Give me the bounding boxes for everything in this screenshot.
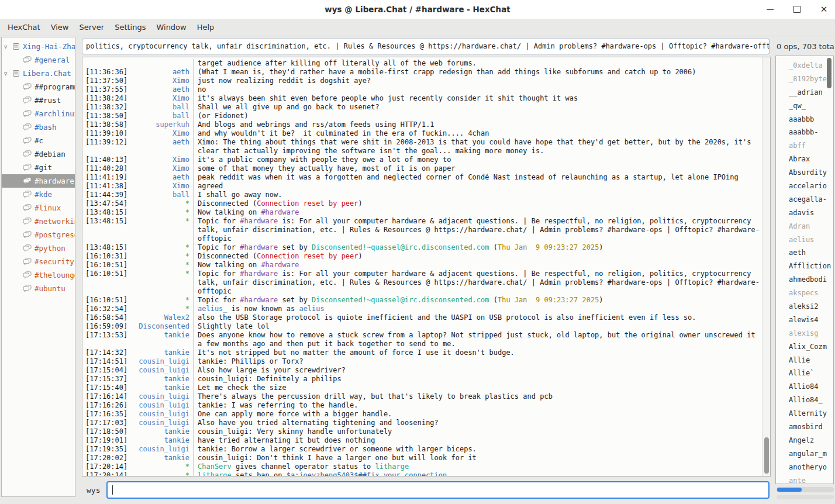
user-list-item[interactable]: abff	[776, 139, 833, 153]
tree-server-xing-hai-zhan[interactable]: ▽Xing-Hai-Zhan	[2, 40, 75, 53]
chat-message-segment: gives channel operator status to	[232, 462, 375, 471]
tree-channel--networking[interactable]: #networking	[2, 215, 75, 228]
user-list-item[interactable]: alewis4	[776, 313, 833, 327]
tree-item-label: #debian	[34, 150, 65, 158]
chat-row: [17:16:14]cousin_luigiThere's always the…	[82, 392, 770, 401]
chat-timestamp: [11:38:58]	[82, 120, 131, 129]
tree-channel--hardware[interactable]: #hardware	[2, 174, 75, 188]
tree-channel--rust[interactable]: ##rust	[2, 94, 75, 107]
chat-message-segment: set by	[278, 296, 312, 304]
user-list-item[interactable]: aaabbb-	[776, 126, 833, 139]
user-list-item[interactable]: Adran	[776, 220, 833, 233]
user-list-item[interactable]: aeth	[776, 246, 833, 260]
user-list-item[interactable]: ante	[776, 474, 833, 484]
menu-item-settings[interactable]: Settings	[109, 19, 151, 36]
user-list-item[interactable]: __adrian	[776, 86, 833, 99]
user-list-item[interactable]: accelario	[776, 179, 833, 193]
chat-message-text: Topic for #hardware set by Disconsented!…	[194, 296, 770, 305]
user-list-item[interactable]: Absurdity	[776, 166, 833, 179]
menu-item-server[interactable]: Server	[74, 19, 109, 36]
menu-item-help[interactable]: Help	[192, 19, 220, 36]
chat-message-text: aelius_ is now known as aelius	[194, 305, 770, 313]
chat-nick: ball	[131, 103, 194, 112]
chat-scrollbar[interactable]	[762, 57, 770, 476]
user-list-item[interactable]: akspecs	[776, 286, 833, 300]
user-list-item[interactable]: _qw_	[776, 99, 833, 113]
user-list-item[interactable]: Alix_Cozm	[776, 340, 833, 354]
channel-icon	[23, 56, 32, 64]
channel-icon	[23, 177, 32, 185]
tree-channel--ubuntu[interactable]: #ubuntu	[2, 282, 75, 295]
user-list-item[interactable]: aaabbb	[776, 113, 833, 126]
bottom-scrollbar-track[interactable]	[777, 495, 834, 499]
menu-item-view[interactable]: View	[46, 19, 74, 36]
tree-channel--linux[interactable]: #linux	[2, 201, 75, 215]
user-list-item[interactable]: ahmedbodi	[776, 273, 833, 286]
chat-row: [17:15:04]cousin_luigiAlso how large is …	[82, 366, 770, 375]
user-list-item[interactable]: aleksi2	[776, 300, 833, 313]
chat-message-segment: Topic for	[198, 270, 240, 278]
chat-message-text: (or Fidonet)	[194, 112, 770, 120]
userlist-horizontal-scrollbar[interactable]	[777, 487, 834, 492]
chat-message-text: it's a public company with people they o…	[194, 156, 770, 164]
tree-channel--python[interactable]: #python	[2, 241, 75, 255]
user-list-item[interactable]: Allie	[776, 354, 833, 367]
user-list-item[interactable]: adavis	[776, 206, 833, 220]
tree-channel--postgresql[interactable]: #postgresql	[2, 228, 75, 241]
tree-channel--archlinux[interactable]: #archlinux	[2, 107, 75, 120]
close-button[interactable]: ✕	[819, 0, 829, 19]
maximize-button[interactable]	[792, 0, 802, 19]
user-list-item[interactable]: Affliction	[776, 260, 833, 273]
chat-message-segment: Thu Jan 9 09:23:27 2025	[498, 296, 599, 304]
tree-channel--security[interactable]: #security	[2, 255, 75, 268]
tree-item-label: Libera.Chat	[23, 69, 71, 78]
chat-message-segment: Connection reset by peer	[257, 252, 358, 260]
tree-channel--general[interactable]: #general	[2, 53, 75, 67]
chat-nick: tankie	[131, 348, 194, 357]
tree-channel--bash[interactable]: #bash	[2, 120, 75, 134]
userlist-horizontal-scrollbar-thumb[interactable]	[777, 488, 802, 492]
tree-item-label: #kde	[34, 190, 52, 199]
user-list-item[interactable]: angular_m	[776, 447, 833, 461]
user-list-item[interactable]: Allie`	[776, 367, 833, 380]
user-list-item[interactable]: Angelz	[776, 434, 833, 447]
user-list-item[interactable]: Allio84	[776, 380, 833, 393]
user-list-item[interactable]: amosbird	[776, 420, 833, 434]
chat-message-text: peak reddit was when it was a forgotten …	[194, 173, 770, 182]
userlist-scrollbar-thumb[interactable]	[827, 58, 831, 88]
menu-item-window[interactable]: Window	[151, 19, 191, 36]
tree-channel--c[interactable]: #c	[2, 134, 75, 147]
user-list-item[interactable]: aelius	[776, 233, 833, 247]
chat-row: [11:44:39]ballI shall go away now.	[82, 191, 770, 199]
chat-row: target audience after killing off litera…	[82, 59, 770, 68]
tree-expander-icon[interactable]: ▽	[4, 44, 12, 50]
chat-row: [17:20:14]*ChanServ gives channel operat…	[82, 462, 770, 471]
user-list-item[interactable]: Alternity	[776, 407, 833, 420]
chat-scrollbar-thumb[interactable]	[764, 437, 769, 474]
chat-message-segment: Disconnected (	[198, 252, 257, 260]
tree-channel--kde[interactable]: #kde	[2, 188, 75, 201]
user-list-item[interactable]: alexisg	[776, 327, 833, 340]
user-list-item[interactable]: anotheryo	[776, 461, 833, 474]
chat-row: [17:17:03]cousin_luigiAlso have you trie…	[82, 419, 770, 427]
chat-message-text: tankie: I was referring to the handle.	[194, 401, 770, 410]
channel-icon	[23, 137, 32, 144]
menu-item-hexchat[interactable]: HexChat	[2, 19, 46, 36]
minimize-button[interactable]	[765, 0, 775, 19]
user-list-item[interactable]: _8192byte	[776, 73, 833, 86]
tree-channel--debian[interactable]: #debian	[2, 147, 75, 161]
tree-server-libera-chat[interactable]: ▽Libera.Chat	[2, 67, 75, 80]
close-icon: ✕	[820, 5, 828, 14]
user-list-item[interactable]: Abrax	[776, 153, 833, 166]
chat-timestamp: [17:15:40]	[82, 384, 131, 392]
channel-icon	[23, 271, 32, 279]
tree-channel--git[interactable]: #git	[2, 161, 75, 174]
message-input[interactable]	[106, 481, 770, 499]
tree-channel--programming[interactable]: ##programming	[2, 80, 75, 94]
user-list-item[interactable]: acegalla-	[776, 193, 833, 206]
user-list-item[interactable]: _0xdelta	[776, 59, 833, 73]
tree-expander-icon[interactable]: ▽	[4, 71, 12, 77]
user-list-item[interactable]: Allio84_	[776, 393, 833, 407]
tree-channel--thelounge[interactable]: #thelounge	[2, 268, 75, 282]
topic-input[interactable]: politics, cryptocurrency talk, unfair di…	[82, 39, 770, 54]
